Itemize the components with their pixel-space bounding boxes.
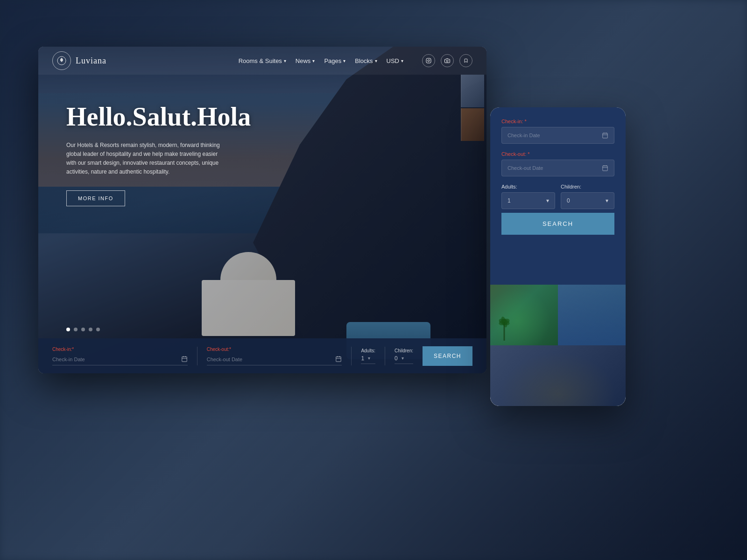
svg-rect-13 bbox=[603, 133, 608, 138]
blocks-chevron-icon: ▾ bbox=[375, 58, 377, 63]
logo[interactable]: Luviana bbox=[52, 51, 106, 70]
hero-overlay bbox=[38, 47, 486, 373]
checkin-input[interactable]: Check-in Date bbox=[52, 354, 188, 365]
slider-dots bbox=[66, 328, 100, 331]
nav-social-icons bbox=[422, 54, 472, 67]
mobile-children-group: Children: 0 ▾ bbox=[561, 184, 614, 209]
mobile-children-chevron-icon: ▾ bbox=[606, 197, 608, 204]
adults-label: Adults: bbox=[361, 348, 375, 353]
slide-dot-3[interactable] bbox=[81, 328, 85, 331]
adults-field: Adults: 1 ▾ bbox=[361, 348, 375, 364]
svg-rect-17 bbox=[603, 166, 608, 171]
mobile-adults-label: Adults: bbox=[501, 184, 555, 189]
children-field: Children: 0 ▾ bbox=[395, 348, 413, 364]
mobile-checkout-calendar-icon bbox=[602, 165, 608, 171]
mobile-photo-2 bbox=[558, 285, 626, 345]
checkin-calendar-icon bbox=[181, 356, 188, 363]
nav-links: Rooms & Suites ▾ News ▾ Pages ▾ Blocks ▾… bbox=[239, 54, 472, 67]
bookmark-icon[interactable] bbox=[459, 54, 472, 67]
mobile-children-value: 0 bbox=[567, 197, 570, 204]
thumbnail-strip bbox=[461, 75, 486, 215]
checkin-label: Check-in:* bbox=[52, 347, 188, 352]
svg-point-4 bbox=[446, 60, 448, 62]
divider-2 bbox=[351, 347, 352, 365]
mobile-checkin-group: Check-in: * Check-in Date bbox=[501, 119, 614, 144]
nav-pages[interactable]: Pages ▾ bbox=[324, 57, 345, 64]
mobile-checkin-placeholder: Check-in Date bbox=[507, 133, 540, 138]
instagram-icon[interactable] bbox=[422, 54, 435, 67]
children-chevron-icon: ▾ bbox=[402, 356, 404, 361]
hero-title: Hello.Salut.Hola bbox=[66, 103, 251, 132]
search-button[interactable]: SEARCH bbox=[423, 346, 472, 366]
hero-section: Luviana Rooms & Suites ▾ News ▾ Pages ▾ … bbox=[38, 47, 486, 373]
svg-point-3 bbox=[430, 59, 430, 60]
checkout-field: Check-out:* Check-out Date bbox=[207, 347, 342, 365]
logo-icon bbox=[52, 51, 71, 70]
usd-chevron-icon: ▾ bbox=[401, 58, 403, 63]
hero-content: Hello.Salut.Hola Our Hotels & Resorts re… bbox=[66, 103, 251, 206]
rooms-chevron-icon: ▾ bbox=[284, 58, 286, 63]
mobile-mockup: Check-in: * Check-in Date Check-out: * C… bbox=[490, 107, 626, 406]
more-info-button[interactable]: MORE INFO bbox=[66, 190, 125, 206]
slide-dot-2[interactable] bbox=[74, 328, 78, 331]
mobile-guests-row: Adults: 1 ▾ Children: 0 ▾ bbox=[501, 184, 614, 209]
palm-icon bbox=[497, 313, 511, 341]
logo-text: Luviana bbox=[76, 56, 106, 66]
mobile-adults-value: 1 bbox=[507, 197, 511, 204]
nav-usd[interactable]: USD ▾ bbox=[387, 57, 403, 64]
mobile-adults-chevron-icon: ▾ bbox=[546, 197, 549, 204]
mobile-checkout-group: Check-out: * Check-out Date bbox=[501, 151, 614, 176]
news-chevron-icon: ▾ bbox=[312, 58, 315, 63]
slide-dot-5[interactable] bbox=[96, 328, 100, 331]
svg-rect-5 bbox=[182, 357, 187, 362]
mobile-checkout-label: Check-out: * bbox=[501, 151, 614, 157]
nav-blocks[interactable]: Blocks ▾ bbox=[355, 57, 377, 64]
mobile-checkout-input[interactable]: Check-out Date bbox=[501, 160, 614, 176]
nav-rooms-suites[interactable]: Rooms & Suites ▾ bbox=[239, 57, 286, 64]
children-value: 0 bbox=[395, 355, 398, 362]
mobile-search-button[interactable]: SEARCH bbox=[501, 213, 614, 235]
mobile-children-select[interactable]: 0 ▾ bbox=[561, 192, 614, 209]
svg-rect-1 bbox=[426, 58, 431, 63]
mobile-checkout-placeholder: Check-out Date bbox=[507, 165, 543, 171]
mobile-adults-select[interactable]: 1 ▾ bbox=[501, 192, 555, 209]
checkout-input[interactable]: Check-out Date bbox=[207, 354, 342, 365]
camera-icon[interactable] bbox=[441, 54, 454, 67]
adults-chevron-icon: ▾ bbox=[368, 356, 370, 361]
laptop-mockup: Luviana Rooms & Suites ▾ News ▾ Pages ▾ … bbox=[38, 47, 486, 373]
mobile-checkin-label: Check-in: * bbox=[501, 119, 614, 124]
slide-dot-1[interactable] bbox=[66, 328, 70, 331]
svg-point-2 bbox=[428, 60, 430, 62]
checkin-field: Check-in:* Check-in Date bbox=[52, 347, 188, 365]
mobile-photos-grid bbox=[490, 285, 626, 406]
children-label: Children: bbox=[395, 348, 413, 353]
adults-value: 1 bbox=[361, 355, 364, 362]
mobile-photo-3 bbox=[490, 345, 626, 406]
checkout-calendar-icon bbox=[335, 356, 342, 363]
divider-1 bbox=[197, 347, 197, 365]
mobile-checkin-input[interactable]: Check-in Date bbox=[501, 127, 614, 144]
mobile-booking-panel: Check-in: * Check-in Date Check-out: * C… bbox=[490, 107, 626, 285]
nav-news[interactable]: News ▾ bbox=[296, 57, 315, 64]
checkout-placeholder: Check-out Date bbox=[207, 357, 242, 362]
mobile-children-label: Children: bbox=[561, 184, 614, 189]
svg-rect-9 bbox=[336, 357, 341, 362]
navbar: Luviana Rooms & Suites ▾ News ▾ Pages ▾ … bbox=[38, 47, 486, 75]
divider-3 bbox=[385, 347, 385, 365]
slide-dot-4[interactable] bbox=[89, 328, 92, 331]
mobile-adults-group: Adults: 1 ▾ bbox=[501, 184, 555, 209]
thumbnail-2[interactable] bbox=[461, 108, 484, 141]
booking-bar: Check-in:* Check-in Date bbox=[38, 338, 486, 373]
mobile-checkin-calendar-icon bbox=[602, 132, 608, 139]
checkout-label: Check-out:* bbox=[207, 347, 342, 352]
checkin-placeholder: Check-in Date bbox=[52, 357, 85, 362]
thumbnail-1[interactable] bbox=[461, 75, 484, 107]
pages-chevron-icon: ▾ bbox=[343, 58, 345, 63]
hero-subtitle: Our Hotels & Resorts remain stylish, mod… bbox=[66, 141, 225, 177]
mobile-photo-1 bbox=[490, 285, 558, 345]
